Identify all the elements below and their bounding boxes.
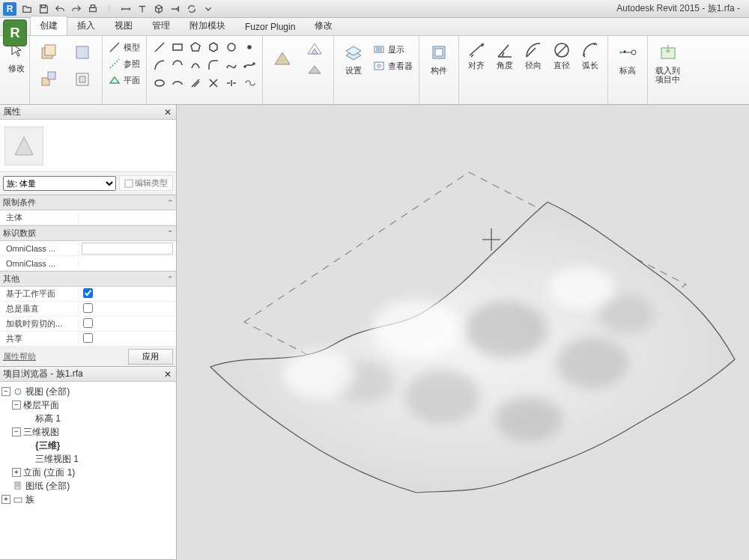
qat-measure-icon[interactable] bbox=[120, 3, 132, 15]
collapse-icon[interactable]: ⌃ bbox=[167, 198, 173, 207]
draw-ellipse-icon[interactable] bbox=[151, 75, 168, 91]
section-identity[interactable]: 标识数据⌃ bbox=[0, 225, 176, 241]
draw-arc3-icon[interactable] bbox=[187, 57, 204, 73]
workplane-checkbox[interactable] bbox=[83, 288, 93, 298]
tab-addins[interactable]: 附加模块 bbox=[180, 16, 235, 35]
shared-checkbox[interactable] bbox=[83, 333, 93, 343]
ref-line-button[interactable]: 参照 bbox=[107, 55, 142, 72]
viewer-button[interactable]: 查看器 bbox=[372, 58, 414, 74]
tab-modify[interactable]: 修改 bbox=[305, 16, 342, 35]
app-menu-icon[interactable]: R bbox=[3, 2, 16, 16]
collapse-icon[interactable]: ⌃ bbox=[167, 275, 173, 283]
qat-undo-icon[interactable] bbox=[54, 3, 66, 15]
tree-toggle-icon[interactable]: − bbox=[12, 427, 21, 436]
tree-toggle-icon[interactable]: − bbox=[12, 401, 21, 410]
draw-split-icon[interactable] bbox=[223, 75, 240, 91]
tree-level1[interactable]: 标高 1 bbox=[1, 412, 175, 425]
vertical-checkbox[interactable] bbox=[83, 303, 93, 313]
tab-view[interactable]: 视图 bbox=[105, 16, 142, 35]
draw-polygon-icon[interactable] bbox=[187, 39, 204, 55]
tree-families[interactable]: + 族 bbox=[1, 493, 175, 506]
qat-section-icon[interactable] bbox=[169, 3, 181, 15]
qat-save-icon[interactable] bbox=[37, 3, 49, 15]
tree-toggle-icon[interactable]: + bbox=[1, 495, 10, 504]
browser-close-icon[interactable]: ✕ bbox=[163, 369, 173, 380]
tree-views[interactable]: − 视图 (全部) bbox=[1, 385, 175, 398]
qat-text-icon[interactable] bbox=[136, 3, 148, 15]
apply-button[interactable]: 应用 bbox=[128, 349, 173, 365]
form-revolve-icon[interactable] bbox=[67, 39, 97, 66]
properties-close-icon[interactable]: ✕ bbox=[163, 107, 173, 118]
collapse-icon[interactable]: ⌃ bbox=[167, 229, 173, 237]
tree-3dview-group[interactable]: − 三维视图 bbox=[1, 425, 175, 439]
draw-circle-icon[interactable] bbox=[223, 39, 240, 55]
draw-arc1-icon[interactable] bbox=[151, 57, 168, 73]
draw-fillet-icon[interactable] bbox=[205, 57, 222, 73]
tree-floorplan[interactable]: − 楼层平面 bbox=[1, 398, 175, 412]
cutload-checkbox[interactable] bbox=[83, 318, 93, 328]
draw-chain-icon[interactable] bbox=[241, 75, 258, 91]
svg-point-29 bbox=[557, 338, 628, 389]
type-selector[interactable]: 族: 体量 bbox=[3, 176, 116, 191]
tree-toggle-icon[interactable]: − bbox=[1, 387, 10, 396]
model-line-button[interactable]: 模型 bbox=[107, 39, 142, 55]
draw-spline-icon[interactable] bbox=[223, 57, 240, 73]
tab-create[interactable]: 创建 bbox=[30, 16, 67, 35]
families-icon bbox=[13, 494, 23, 505]
qat-open-icon[interactable] bbox=[21, 3, 33, 15]
qat-dropdown-icon[interactable] bbox=[202, 3, 214, 15]
draw-pick-icon[interactable] bbox=[187, 75, 204, 91]
section-constraints[interactable]: 限制条件⌃ bbox=[0, 195, 176, 210]
svg-point-30 bbox=[405, 370, 480, 424]
void-form-icon[interactable] bbox=[267, 39, 297, 81]
draw-ellipse-arc-icon[interactable] bbox=[169, 75, 186, 91]
qat-sync-icon[interactable] bbox=[186, 3, 198, 15]
prop-cutload: 加载时剪切的... bbox=[0, 317, 176, 332]
views-icon bbox=[13, 386, 23, 397]
svg-point-35 bbox=[283, 350, 355, 398]
dim-arc-button[interactable]: 弧长 bbox=[577, 39, 603, 73]
qat-redo-icon[interactable] bbox=[70, 3, 82, 15]
form-sweep-icon[interactable] bbox=[34, 66, 64, 93]
draw-rect-icon[interactable] bbox=[169, 39, 186, 55]
set-workplane-button[interactable]: 设置 bbox=[339, 39, 369, 76]
qat-print-icon[interactable] bbox=[87, 3, 99, 15]
draw-arc2-icon[interactable] bbox=[169, 57, 186, 73]
draw-line-icon[interactable] bbox=[151, 39, 168, 55]
tree-sheets[interactable]: 图纸 (全部) bbox=[1, 479, 175, 493]
show-button[interactable]: 显示 bbox=[372, 41, 414, 58]
tab-insert[interactable]: 插入 bbox=[67, 16, 105, 35]
load-project-button[interactable]: 载入到 项目中 bbox=[652, 39, 683, 85]
component-button[interactable]: 构件 bbox=[424, 39, 454, 76]
tab-fuzor[interactable]: Fuzor Plugin bbox=[235, 18, 305, 35]
tree-3d-1[interactable]: 三维视图 1 bbox=[1, 452, 175, 466]
edit-type-button[interactable]: 编辑类型 bbox=[119, 175, 173, 191]
tree-toggle-icon[interactable]: + bbox=[12, 468, 21, 477]
tab-manage[interactable]: 管理 bbox=[142, 16, 180, 35]
draw-spline2-icon[interactable] bbox=[241, 57, 258, 73]
tree-3d-default[interactable]: {三维} bbox=[1, 439, 175, 452]
level-button[interactable]: 标高 bbox=[613, 39, 643, 76]
void-join-icon[interactable] bbox=[300, 60, 329, 81]
properties-help-link[interactable]: 属性帮助 bbox=[3, 351, 36, 362]
revit-corner-icon[interactable]: R bbox=[3, 19, 27, 46]
draw-polygon2-icon[interactable] bbox=[205, 39, 222, 55]
dim-radial-button[interactable]: 径向 bbox=[521, 39, 546, 73]
svg-rect-0 bbox=[90, 7, 97, 11]
draw-point-icon[interactable] bbox=[241, 39, 258, 55]
plane-button[interactable]: 平面 bbox=[107, 72, 142, 88]
svg-point-13 bbox=[253, 63, 255, 64]
dim-angle-button[interactable]: 角度 bbox=[492, 39, 518, 73]
form-blend-icon[interactable] bbox=[67, 66, 97, 93]
tree-elevation[interactable]: + 立面 (立面 1) bbox=[1, 466, 175, 479]
ribbon-tabs: 创建 插入 视图 管理 附加模块 Fuzor Plugin 修改 bbox=[0, 18, 749, 36]
3d-viewport[interactable] bbox=[177, 105, 749, 560]
dim-diameter-button[interactable]: 直径 bbox=[549, 39, 574, 73]
omni1-input[interactable] bbox=[82, 243, 173, 255]
draw-trim-icon[interactable] bbox=[205, 75, 222, 91]
form-extrude-icon[interactable] bbox=[34, 39, 64, 66]
section-other[interactable]: 其他⌃ bbox=[0, 271, 176, 287]
dim-align-button[interactable]: 对齐 bbox=[464, 39, 489, 73]
void-cut-icon[interactable] bbox=[300, 39, 329, 60]
qat-3d-icon[interactable] bbox=[153, 3, 165, 15]
